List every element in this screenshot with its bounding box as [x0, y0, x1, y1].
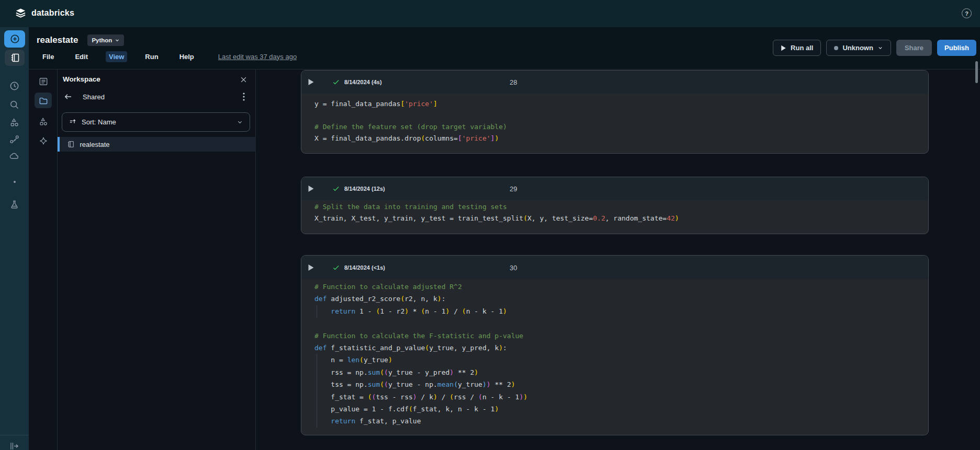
panel-tab-favorites[interactable]	[38, 135, 49, 146]
code-token: ]	[433, 100, 437, 108]
publish-button[interactable]: Publish	[937, 40, 976, 56]
menu-item-view[interactable]: View	[106, 51, 127, 62]
cell-code-editor[interactable]: # Function to calculate adjusted R^2def …	[301, 279, 928, 435]
code-token: 1 - r2	[380, 307, 404, 315]
code-line: def adjusted_r2_score(r2, n, k):	[301, 293, 928, 305]
notebook-cell[interactable]: 8/14/2024 (12s)29# Split the data into t…	[301, 177, 929, 234]
code-token: y_true	[458, 380, 482, 388]
cell-header: 8/14/2024 (12s)29	[301, 177, 928, 200]
code-token: )	[449, 368, 454, 376]
collapse-sidebar-button[interactable]	[0, 439, 29, 450]
sidebar-item-search[interactable]	[0, 98, 29, 111]
code-token: )	[503, 307, 507, 315]
status-dot-icon	[834, 46, 838, 50]
run-cell-button[interactable]	[308, 264, 315, 271]
code-token: (	[384, 380, 388, 388]
breadcrumb: Shared	[83, 93, 105, 101]
sidebar-item-experiments[interactable]	[0, 198, 29, 211]
close-panel-button[interactable]	[238, 74, 249, 85]
notebook-header: realestate Python FileEditViewRunHelp La…	[29, 27, 980, 70]
code-token: # Define the feature set (drop target va…	[314, 123, 507, 131]
cell-code-editor[interactable]: y = final_data_pandas['price'] # Define …	[301, 94, 928, 154]
collapse-panel-icon	[9, 441, 20, 450]
catalog-shapes-icon	[38, 117, 49, 127]
menu-item-edit[interactable]: Edit	[72, 51, 91, 62]
code-line: n = len(y_true)	[301, 354, 928, 366]
databricks-logo[interactable]: databricks	[15, 7, 74, 19]
code-token: (	[380, 368, 384, 376]
code-token: *	[409, 307, 421, 315]
vertical-scrollbar[interactable]	[975, 61, 978, 83]
run-cell-button[interactable]	[308, 78, 315, 86]
code-token: y_true - y_pred	[388, 368, 449, 376]
panel-tab-catalog[interactable]	[38, 116, 49, 127]
code-line: # Function to calculate the F-statistic …	[301, 330, 928, 342]
experiments-flask-icon	[9, 199, 20, 210]
sort-label: Sort: Name	[82, 118, 116, 126]
code-token: X, y, test_size=	[527, 214, 593, 222]
code-token: adjusted_r2_score	[326, 295, 400, 303]
code-line: rss = np.sum((y_true - y_pred) ** 2)	[301, 366, 928, 378]
run-cell-button[interactable]	[308, 185, 315, 192]
cell-code-editor[interactable]: # Split the data into training and testi…	[301, 200, 928, 234]
code-token: rss /	[454, 393, 478, 401]
code-token: def	[314, 295, 326, 303]
code-token: ** 2	[491, 380, 511, 388]
code-token: y_true	[364, 356, 388, 364]
execution-count: 28	[510, 78, 517, 86]
run-all-button[interactable]: Run all	[773, 40, 821, 56]
success-check-icon	[332, 263, 340, 271]
more-items-indicator[interactable]	[0, 175, 29, 189]
panel-tab-workspace-files[interactable]	[38, 95, 49, 106]
panel-tab-table-list[interactable]	[38, 76, 49, 87]
menu-item-help[interactable]: Help	[176, 51, 197, 62]
last-edit-link[interactable]: Last edit was 37 days ago	[218, 53, 297, 61]
code-token: (	[454, 380, 458, 388]
code-line: p_value = 1 - f.cdf(f_stat, k, n - k - 1…	[301, 403, 928, 415]
execution-count: 29	[510, 185, 517, 193]
tree-item-realestate[interactable]: realestate	[58, 137, 256, 152]
code-token: 0.2	[593, 214, 605, 222]
sort-dropdown[interactable]: Sort: Name	[62, 112, 250, 132]
menu-item-run[interactable]: Run	[142, 51, 161, 62]
code-line: # Split the data into training and testi…	[301, 201, 928, 213]
sidebar-item-catalog[interactable]	[0, 116, 29, 129]
databricks-notebook-app: databricks ?	[0, 0, 980, 450]
code-token: (	[462, 307, 466, 315]
menu-item-file[interactable]: File	[39, 51, 57, 62]
language-selector[interactable]: Python	[87, 34, 124, 46]
code-token: p_value = 1 - f.cdf	[314, 405, 409, 413]
back-button[interactable]	[63, 91, 73, 102]
notebook-cell[interactable]: 8/14/2024 (4s)28y = final_data_pandas['p…	[301, 70, 929, 154]
code-token: (	[523, 214, 527, 222]
code-token: 'price'	[404, 100, 433, 108]
folder-options-button[interactable]	[240, 91, 248, 102]
folder-icon	[38, 96, 49, 106]
code-token: ** 2	[454, 368, 474, 376]
code-token: 1 -	[355, 307, 376, 315]
sidebar-item-compute[interactable]	[0, 149, 29, 163]
code-token: )	[437, 295, 442, 303]
environment-dropdown[interactable]: Unknown	[826, 40, 891, 56]
code-token: / k	[417, 393, 433, 401]
new-button[interactable]	[4, 30, 25, 48]
notebook-cell[interactable]: 8/14/2024 (<1s)30# Function to calculate…	[301, 255, 929, 435]
cell-run-timestamp: 8/14/2024 (4s)	[344, 79, 382, 85]
sort-icon	[69, 118, 77, 126]
code-token: n =	[314, 356, 347, 364]
sidebar-item-recents[interactable]	[0, 79, 29, 93]
code-token: (	[425, 344, 429, 352]
sidebar-item-workflows[interactable]	[0, 132, 29, 146]
help-icon[interactable]: ?	[962, 8, 972, 18]
code-token: )	[511, 380, 515, 388]
code-line: X_train, X_test, y_train, y_test = train…	[301, 213, 928, 224]
sidebar-item-workspace[interactable]	[5, 50, 25, 66]
code-token: f_stat, p_value	[355, 417, 421, 425]
code-token: (	[409, 405, 413, 413]
tree-item-label: realestate	[80, 141, 110, 148]
code-token: len	[347, 356, 359, 364]
panel-switcher-strip	[29, 70, 58, 450]
share-button[interactable]: Share	[896, 40, 932, 56]
code-token: tss = np.	[314, 380, 368, 388]
menu-bar: FileEditViewRunHelp Last edit was 37 day…	[39, 50, 297, 63]
